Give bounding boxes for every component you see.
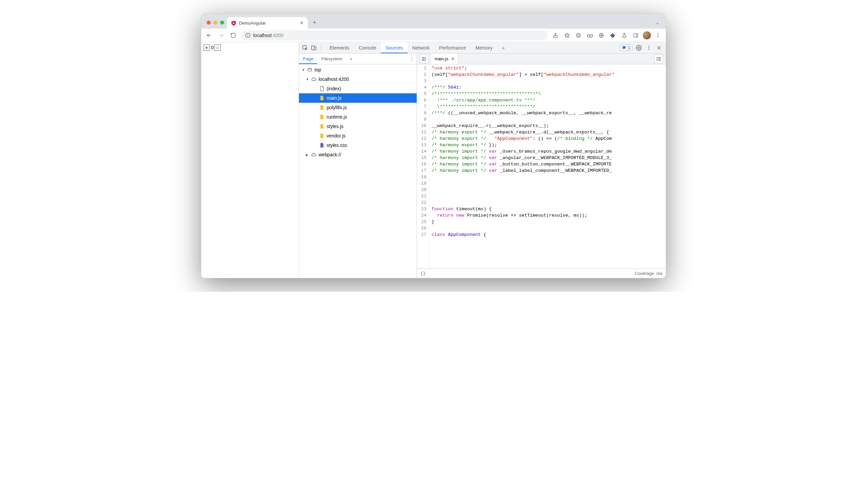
svg-point-23 (649, 47, 650, 48)
tree-file-label: styles.js (327, 124, 343, 129)
tree-webpack[interactable]: ▶ webpack:// (299, 150, 417, 160)
cloud-icon (311, 76, 317, 82)
extensions-puzzle-icon[interactable] (609, 31, 617, 40)
tree-top[interactable]: ▼ top (299, 65, 417, 75)
window-controls (204, 21, 227, 29)
file-icon (319, 114, 325, 120)
file-icon (319, 95, 325, 101)
navigator-pane: Page Filesystem » ⋮ ▼ top ▼ (299, 54, 417, 278)
issues-button[interactable]: 1 (620, 44, 633, 51)
svg-rect-13 (634, 33, 638, 37)
minimize-window-button[interactable] (213, 21, 217, 25)
reload-button[interactable] (229, 31, 238, 40)
tree-file[interactable]: (index) (299, 84, 417, 93)
decrement-button[interactable]: - (214, 44, 221, 51)
nav-tabs-menu-icon[interactable]: ⋮ (407, 54, 417, 64)
labs-beaker-icon[interactable] (620, 31, 629, 40)
back-button[interactable] (205, 31, 213, 40)
tree-file[interactable]: polyfills.js (299, 103, 417, 112)
settings-gear-icon[interactable] (635, 44, 643, 52)
devtools-menu-icon[interactable] (645, 44, 653, 52)
tree-file-label: main.js (327, 95, 342, 101)
tab-title: DemoAngular (239, 21, 266, 25)
svg-point-11 (590, 34, 592, 37)
extension-icon-2[interactable] (586, 31, 594, 40)
panel-tab-memory[interactable]: Memory (471, 42, 497, 53)
tree-file[interactable]: vendor.js (299, 131, 417, 141)
side-panel-icon[interactable] (631, 31, 640, 40)
url-text: localhost:4200 (253, 33, 283, 38)
cloud-icon (311, 152, 317, 158)
new-tab-button[interactable]: + (310, 18, 319, 27)
close-file-tab-icon[interactable]: ✕ (451, 56, 455, 61)
counter-value: 0 (210, 45, 214, 50)
page-viewport: + 0 - (201, 42, 299, 278)
forward-button[interactable] (217, 31, 225, 40)
devtools-tabs: Elements Console Sources Network Perform… (299, 42, 666, 54)
browser-window: DemoAngular ✕ + ⌄ localhost:4200 (201, 13, 666, 278)
toolbar: localhost:4200 (201, 29, 666, 42)
tree-file[interactable]: runtime.js (299, 112, 417, 122)
panel-tab-performance[interactable]: Performance (434, 42, 471, 53)
tree-file-label: (index) (327, 86, 341, 91)
file-icon (319, 105, 325, 110)
tree-file[interactable]: main.js (299, 93, 417, 103)
open-file-tab[interactable]: main.js ✕ (431, 54, 459, 64)
angular-favicon-icon (231, 20, 236, 25)
address-bar[interactable]: localhost:4200 (241, 30, 548, 41)
panel-tab-console[interactable]: Console (354, 42, 381, 53)
svg-point-9 (579, 35, 579, 35)
toggle-navigator-icon[interactable] (420, 55, 428, 63)
tree-host[interactable]: ▼ localhost:4200 (299, 75, 417, 84)
profile-avatar[interactable] (643, 31, 651, 40)
code-editor[interactable]: 1 2 3 4 5 6 7 8 9 10 11 12 13 14 15 16 1… (417, 64, 666, 269)
panel-tab-network[interactable]: Network (408, 42, 434, 53)
extension-icon-3[interactable] (597, 31, 606, 40)
browser-tab[interactable]: DemoAngular ✕ (227, 17, 308, 29)
tree-file-label: polyfills.js (327, 105, 347, 110)
editor-pane: main.js ✕ 1 2 3 4 5 6 7 8 9 10 11 12 13 … (417, 54, 666, 278)
open-file-name: main.js (435, 56, 448, 61)
nav-tab-filesystem[interactable]: Filesystem (317, 54, 346, 64)
panel-tab-sources[interactable]: Sources (381, 42, 408, 53)
sources-body: Page Filesystem » ⋮ ▼ top ▼ (299, 54, 666, 278)
site-info-icon[interactable] (245, 33, 250, 38)
svg-point-7 (576, 33, 580, 37)
browser-menu-icon[interactable] (654, 31, 662, 40)
nav-tabs-overflow[interactable]: » (348, 54, 354, 64)
svg-point-8 (577, 35, 578, 35)
svg-point-17 (658, 36, 659, 37)
tabs-dropdown-button[interactable]: ⌄ (656, 20, 663, 29)
svg-point-22 (649, 46, 650, 47)
increment-button[interactable]: + (203, 44, 210, 51)
tabstrip: DemoAngular ✕ + ⌄ (201, 14, 666, 29)
tree-file-label: styles.css (327, 143, 347, 148)
close-tab-button[interactable]: ✕ (300, 20, 304, 25)
frame-icon (307, 67, 312, 73)
close-devtools-icon[interactable] (655, 44, 663, 52)
inspect-element-icon[interactable] (301, 44, 309, 52)
svg-point-16 (658, 35, 659, 36)
pretty-print-button[interactable]: {} (420, 271, 426, 276)
tree-webpack-label: webpack:// (319, 152, 341, 157)
tree-host-label: localhost:4200 (319, 76, 349, 82)
maximize-window-button[interactable] (220, 21, 224, 25)
device-toolbar-icon[interactable] (310, 44, 318, 52)
tree-file[interactable]: styles.js (299, 122, 417, 131)
nav-tab-page[interactable]: Page (299, 54, 317, 64)
toggle-debugger-icon[interactable] (654, 55, 663, 63)
toolbar-right (551, 31, 662, 40)
tree-file-label: vendor.js (327, 133, 345, 139)
tree-file[interactable]: styles.css (299, 141, 417, 150)
tree-file-label: runtime.js (327, 114, 347, 120)
svg-point-10 (588, 34, 590, 37)
panel-tab-elements[interactable]: Elements (325, 42, 354, 53)
extension-icon-1[interactable] (574, 31, 583, 40)
file-icon (319, 142, 325, 148)
panel-tabs-overflow[interactable]: » (497, 42, 509, 53)
close-window-button[interactable] (207, 21, 211, 25)
share-icon[interactable] (551, 31, 560, 40)
svg-point-21 (638, 47, 640, 48)
bookmark-star-icon[interactable] (563, 31, 571, 40)
svg-rect-20 (314, 47, 316, 50)
